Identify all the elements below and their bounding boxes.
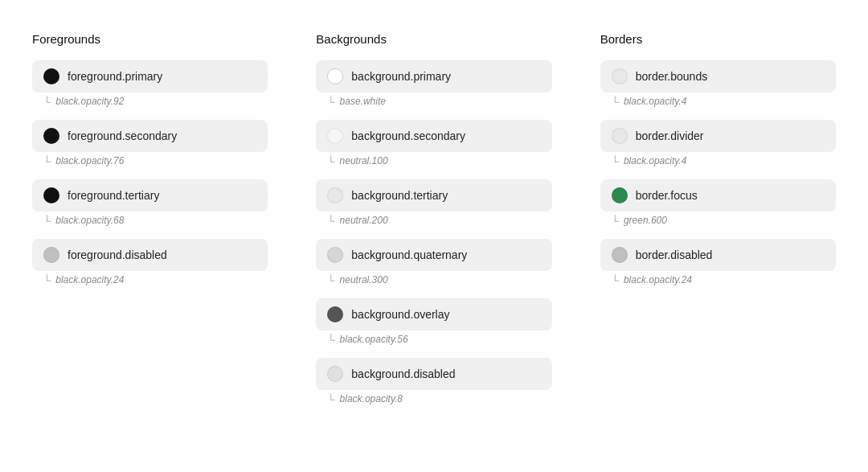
token-name: border.bounds: [636, 70, 708, 83]
token-alias-bracket: └: [327, 215, 334, 226]
token-alias-bracket: └: [327, 156, 334, 166]
token-alias-text: black.opacity.56: [340, 334, 408, 345]
token-alias-row: └black.opacity.24: [32, 271, 268, 285]
color-swatch: [612, 128, 628, 144]
token-alias-bracket: └: [43, 96, 51, 107]
token-chip: foreground.disabled: [32, 239, 268, 271]
token-alias-bracket: └: [43, 215, 51, 226]
token-name: background.disabled: [351, 367, 455, 380]
token-group: border.divider└black.opacity.4: [600, 120, 836, 166]
color-swatch: [612, 187, 628, 203]
token-name: border.divider: [636, 129, 704, 142]
color-swatch: [327, 306, 343, 322]
token-alias-row: └black.opacity.4: [600, 92, 836, 107]
token-alias-text: green.600: [624, 215, 667, 226]
token-group: background.quaternary└neutral.300: [316, 239, 551, 285]
token-alias-row: └neutral.300: [316, 271, 551, 285]
color-swatch: [43, 128, 59, 144]
token-alias-row: └black.opacity.24: [600, 271, 836, 285]
token-alias-row: └black.opacity.92: [32, 92, 268, 107]
token-name: foreground.tertiary: [68, 189, 159, 202]
token-chip: border.focus: [600, 179, 836, 211]
token-alias-bracket: └: [612, 275, 619, 285]
token-group: background.primary└base.white: [316, 60, 551, 107]
color-swatch: [43, 68, 59, 84]
column-foregrounds: Foregroundsforeground.primary└black.opac…: [32, 32, 268, 417]
token-alias-bracket: └: [43, 275, 51, 285]
token-chip: background.primary: [316, 60, 551, 92]
color-swatch: [612, 247, 628, 263]
token-name: foreground.disabled: [68, 248, 167, 261]
token-alias-bracket: └: [43, 156, 51, 166]
column-backgrounds: Backgroundsbackground.primary└base.white…: [316, 32, 551, 417]
backgrounds-header: Backgrounds: [316, 32, 551, 46]
token-alias-bracket: └: [612, 156, 619, 166]
token-group: foreground.secondary└black.opacity.76: [32, 120, 268, 166]
color-token-layout: Foregroundsforeground.primary└black.opac…: [32, 32, 836, 417]
token-group: border.focus└green.600: [600, 179, 836, 226]
token-group: foreground.tertiary└black.opacity.68: [32, 179, 268, 226]
token-chip: border.disabled: [600, 239, 836, 271]
token-alias-row: └neutral.200: [316, 211, 551, 226]
color-swatch: [43, 247, 59, 263]
token-group: background.overlay└black.opacity.56: [316, 298, 551, 345]
token-alias-text: black.opacity.24: [624, 274, 692, 285]
token-group: foreground.disabled└black.opacity.24: [32, 239, 268, 285]
token-alias-text: base.white: [340, 96, 386, 107]
token-name: background.tertiary: [351, 189, 448, 202]
token-name: background.secondary: [351, 129, 465, 142]
token-name: foreground.primary: [68, 70, 162, 83]
token-group: border.bounds└black.opacity.4: [600, 60, 836, 107]
token-name: background.primary: [351, 70, 451, 83]
token-alias-text: black.opacity.76: [55, 155, 124, 166]
color-swatch: [327, 187, 343, 203]
column-borders: Bordersborder.bounds└black.opacity.4bord…: [600, 32, 836, 417]
token-chip: border.bounds: [600, 60, 836, 92]
token-chip: foreground.primary: [32, 60, 268, 92]
token-name: border.focus: [636, 189, 698, 202]
token-alias-text: black.opacity.24: [55, 274, 124, 285]
token-alias-row: └base.white: [316, 92, 551, 107]
token-alias-row: └neutral.100: [316, 152, 551, 166]
token-alias-row: └green.600: [600, 211, 836, 226]
token-alias-text: neutral.100: [340, 155, 388, 166]
token-alias-bracket: └: [327, 335, 334, 345]
token-group: border.disabled└black.opacity.24: [600, 239, 836, 285]
token-alias-row: └black.opacity.4: [600, 152, 836, 166]
token-alias-text: black.opacity.92: [55, 96, 124, 107]
color-swatch: [327, 68, 343, 84]
borders-header: Borders: [600, 32, 836, 46]
token-alias-text: black.opacity.4: [624, 96, 687, 107]
token-alias-row: └black.opacity.8: [316, 390, 551, 404]
token-chip: background.disabled: [316, 358, 551, 390]
token-name: background.overlay: [351, 308, 449, 321]
color-swatch: [327, 366, 343, 382]
token-group: background.disabled└black.opacity.8: [316, 358, 551, 404]
color-swatch: [327, 128, 343, 144]
token-chip: border.divider: [600, 120, 836, 152]
token-chip: background.quaternary: [316, 239, 551, 271]
token-chip: background.tertiary: [316, 179, 551, 211]
token-chip: foreground.secondary: [32, 120, 268, 152]
token-group: background.tertiary└neutral.200: [316, 179, 551, 226]
token-chip: background.overlay: [316, 298, 551, 330]
token-alias-text: neutral.200: [340, 215, 388, 226]
token-group: background.secondary└neutral.100: [316, 120, 551, 166]
token-chip: background.secondary: [316, 120, 551, 152]
foregrounds-header: Foregrounds: [32, 32, 268, 46]
token-alias-bracket: └: [612, 215, 619, 226]
token-alias-row: └black.opacity.76: [32, 152, 268, 166]
token-alias-text: black.opacity.4: [624, 155, 687, 166]
token-name: border.disabled: [636, 248, 713, 261]
token-alias-text: black.opacity.68: [55, 215, 124, 226]
token-alias-text: black.opacity.8: [340, 393, 403, 404]
token-alias-bracket: └: [327, 275, 334, 285]
token-alias-row: └black.opacity.68: [32, 211, 268, 226]
token-alias-bracket: └: [327, 394, 334, 404]
color-swatch: [43, 187, 59, 203]
token-alias-bracket: └: [327, 96, 334, 107]
token-alias-text: neutral.300: [340, 274, 388, 285]
token-alias-row: └black.opacity.56: [316, 330, 551, 345]
token-name: foreground.secondary: [68, 129, 177, 142]
token-chip: foreground.tertiary: [32, 179, 268, 211]
